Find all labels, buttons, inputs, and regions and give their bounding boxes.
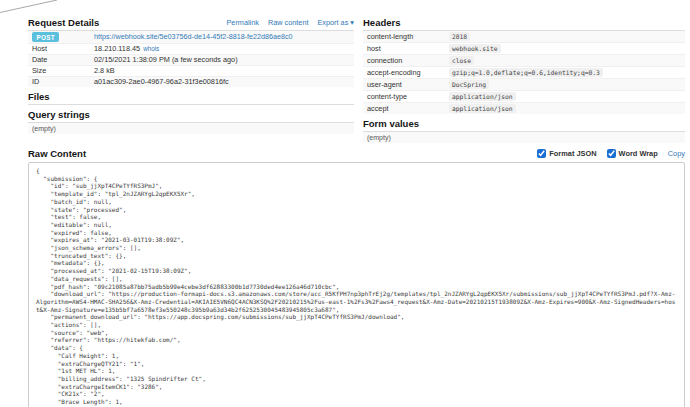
word-wrap-label: Word Wrap: [619, 149, 658, 158]
headers-title: Headers: [363, 18, 401, 28]
header-name: accept-encoding: [367, 69, 449, 77]
header-value: gzip;q=1.0,deflate;q=0.6,identity;q=0.3: [449, 68, 603, 77]
word-wrap-checkbox[interactable]: [607, 149, 616, 158]
word-wrap-toggle[interactable]: Word Wrap: [607, 149, 658, 158]
header-value: webhook.site: [449, 44, 501, 53]
raw-content-header: Raw Content Format JSON Word Wrap Copy: [28, 148, 685, 159]
whois-link[interactable]: whois: [143, 45, 159, 52]
permalink-link[interactable]: Permalink: [226, 18, 258, 28]
table-row-date: Date 02/15/2021 1:38:09 PM (a few second…: [28, 54, 354, 65]
header-value: application/json: [449, 92, 516, 101]
query-strings-header: Query strings: [28, 110, 354, 123]
raw-content-controls: Format JSON Word Wrap Copy: [537, 149, 685, 158]
files-title: Files: [28, 92, 50, 102]
header-name: connection: [367, 57, 449, 65]
request-details-section: Request Details Permalink Raw content Ex…: [28, 18, 354, 143]
headers-header: Headers: [363, 18, 685, 31]
raw-json-body: { "submission": { "id": "sub_jjXpT4CPeTY…: [36, 167, 677, 407]
raw-content-box[interactable]: { "submission": { "id": "sub_jjXpT4CPeTY…: [28, 162, 685, 407]
table-row-size: Size 2.8 kB: [28, 65, 354, 76]
raw-content-link[interactable]: Raw content: [268, 18, 309, 28]
header-row-content-type: content-type application/json: [363, 90, 685, 102]
details-columns: Request Details Permalink Raw content Ex…: [28, 18, 685, 143]
format-json-label: Format JSON: [549, 149, 596, 158]
host-value: 18.210.118.45whois: [94, 45, 350, 53]
date-label: Date: [32, 56, 94, 64]
header-name: host: [367, 45, 449, 53]
header-name: content-type: [367, 93, 449, 101]
size-label: Size: [32, 67, 94, 75]
query-strings-title: Query strings: [28, 110, 90, 120]
url-cell: https://webhook.site/5e03756d-de14-45f2-…: [94, 33, 350, 41]
date-value: 02/15/2021 1:38:09 PM (a few seconds ago…: [94, 56, 350, 64]
request-details-table: POST https://webhook.site/5e03756d-de14-…: [28, 31, 354, 87]
form-values-title: Form values: [363, 119, 419, 129]
header-row-accept-encoding: accept-encoding gzip;q=1.0,deflate;q=0.6…: [363, 66, 685, 78]
caret-down-icon: ▾: [350, 18, 354, 27]
header-row-content-length: content-length 2818: [363, 31, 685, 42]
request-details-title: Request Details: [28, 18, 99, 28]
request-actions: Permalink Raw content Export as ▾: [226, 18, 354, 28]
headers-table: content-length 2818 host webhook.site co…: [363, 31, 685, 114]
export-as-label: Export as: [317, 18, 348, 27]
request-url-link[interactable]: https://webhook.site/5e03756d-de14-45f2-…: [94, 32, 293, 41]
webhook-request-page: Request Details Permalink Raw content Ex…: [0, 0, 690, 407]
format-json-checkbox[interactable]: [537, 149, 546, 158]
table-row-method-url: POST https://webhook.site/5e03756d-de14-…: [28, 31, 354, 43]
header-row-host: host webhook.site: [363, 42, 685, 54]
copy-link[interactable]: Copy: [668, 149, 685, 158]
query-strings-empty: (empty): [28, 123, 354, 134]
header-value: DocSpring: [449, 80, 489, 89]
header-row-accept: accept application/json: [363, 102, 685, 114]
table-row-id: ID a01ac309-2ae0-4967-96a2-31f3e00816fc: [28, 76, 354, 87]
header-name: content-length: [367, 33, 449, 41]
header-value: close: [449, 56, 474, 65]
header-row-user-agent: user-agent DocSpring: [363, 78, 685, 90]
id-label: ID: [32, 78, 94, 86]
header-value: 2818: [449, 32, 470, 41]
files-header: Files: [28, 92, 354, 105]
form-values-header: Form values: [363, 119, 685, 132]
header-row-connection: connection close: [363, 54, 685, 66]
header-name: user-agent: [367, 81, 449, 89]
form-values-empty: (empty): [363, 132, 685, 143]
method-cell: POST: [32, 32, 94, 42]
host-ip: 18.210.118.45: [94, 44, 140, 53]
screenshot-corner-artifact: [0, 0, 60, 14]
raw-content-title: Raw Content: [28, 148, 86, 159]
format-json-toggle[interactable]: Format JSON: [537, 149, 596, 158]
size-value: 2.8 kB: [94, 67, 350, 75]
export-as-dropdown[interactable]: Export as ▾: [317, 18, 354, 28]
header-value: application/json: [449, 104, 516, 113]
id-value: a01ac309-2ae0-4967-96a2-31f3e00816fc: [94, 78, 350, 86]
header-name: accept: [367, 105, 449, 113]
method-badge: POST: [32, 32, 59, 42]
table-row-host: Host 18.210.118.45whois: [28, 43, 354, 54]
headers-section: Headers content-length 2818 host webhook…: [363, 18, 685, 143]
request-details-header: Request Details Permalink Raw content Ex…: [28, 18, 354, 31]
host-label: Host: [32, 45, 94, 53]
